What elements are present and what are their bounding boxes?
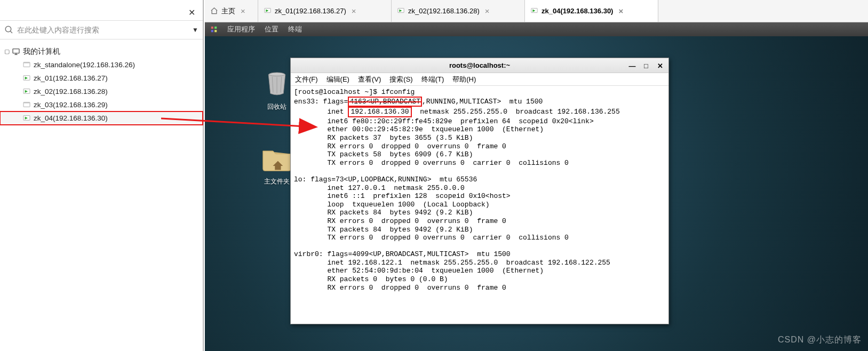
menu-view[interactable]: 查看(V) [358, 75, 381, 84]
gnome-menu-places[interactable]: 位置 [265, 25, 278, 34]
term-line [294, 167, 298, 175]
close-icon[interactable]: ✕ [188, 7, 195, 18]
close-button[interactable]: ✕ [654, 60, 666, 71]
term-line: lo: flags=73<UP,LOOPBACK,RUNNING> mtu 65… [294, 176, 477, 184]
svg-rect-24 [214, 30, 217, 32]
gnome-top-bar: 应用程序 位置 终端 [205, 22, 868, 36]
term-line: inet 127.0.0.1 netmask 255.0.0.0 [294, 184, 465, 192]
tree-item-label: zk_01(192.168.136.27) [34, 74, 108, 82]
term-line: inet6 ::1 prefixlen 128 scopeid 0x10<hos… [294, 192, 511, 200]
vm-icon [22, 101, 31, 109]
term-line: ether 00:0c:29:45:82:9e txqueuelen 1000 … [294, 125, 544, 133]
tab-label: zk_04(192.168.136.30) [541, 7, 613, 15]
apps-icon [210, 26, 218, 33]
guest-desktop: 回收站 主文件夹 roots@localhost:~ — □ ✕ 文件(F) [205, 36, 868, 351]
search-icon [4, 25, 14, 35]
monitor-icon [12, 47, 20, 56]
term-line: TX errors 0 dropped 0 overruns 0 carrier… [294, 234, 569, 242]
term-line: RX packets 0 bytes 0 (0.0 B) [294, 275, 448, 283]
vm-running-icon [264, 7, 272, 15]
term-line: inet [294, 108, 344, 116]
gnome-menu-apps[interactable]: 应用程序 [227, 25, 255, 34]
tab-zk-04[interactable]: zk_04(192.168.136.30) × [525, 0, 658, 22]
folder-home-icon [261, 143, 293, 173]
gnome-menu-terminal[interactable]: 终端 [288, 25, 302, 34]
chevron-down-icon[interactable]: ▼ [192, 26, 198, 34]
close-icon[interactable]: × [241, 6, 245, 15]
tree-root-my-computer[interactable]: ▢ 我的计算机 [0, 45, 203, 58]
tab-zk-02[interactable]: zk_02(192.168.136.28) × [392, 0, 525, 22]
terminal-titlebar[interactable]: roots@localhost:~ — □ ✕ [291, 58, 668, 73]
home-icon [210, 7, 218, 15]
tree-item-zk-04[interactable]: zk_04(192.168.136.30) [0, 111, 203, 125]
tree-item-label: zk_standalone(192.168.136.26) [34, 61, 135, 69]
terminal-window: roots@localhost:~ — □ ✕ 文件(F) 编辑(E) 查看(V… [290, 58, 669, 324]
tree-item-zk-03[interactable]: zk_03(192.168.136.29) [0, 98, 203, 111]
term-line: RX errors 0 dropped 0 overruns 0 frame 0 [294, 142, 506, 150]
search-input[interactable] [17, 26, 189, 34]
close-icon[interactable]: × [352, 6, 356, 15]
term-line: RX packets 84 bytes 9492 (9.2 KiB) [294, 209, 473, 217]
tree-item-label: zk_02(192.168.136.28) [34, 87, 108, 95]
term-highlight: 4163<UP,BROADCAST [348, 97, 422, 107]
vm-running-icon [530, 7, 538, 15]
term-line [294, 242, 298, 250]
term-line: RX packets 37 bytes 3655 (3.5 KiB) [294, 134, 473, 142]
term-line: inet 192.168.122.1 netmask 255.255.255.0… [294, 259, 610, 267]
tab-bar: 主页 × zk_01(192.168.136.27) × zk_02(192.1… [205, 0, 868, 22]
tree-item-zk-01[interactable]: zk_01(192.168.136.27) [0, 71, 203, 85]
vm-running-icon [22, 87, 31, 96]
trash-icon [262, 68, 292, 98]
terminal-title-text: roots@localhost:~ [449, 61, 510, 69]
tree-root-label: 我的计算机 [23, 47, 60, 57]
close-icon[interactable]: × [618, 6, 623, 15]
vm-display-area: 主页 × zk_01(192.168.136.27) × zk_02(192.1… [205, 0, 868, 351]
tab-zk-01[interactable]: zk_01(192.168.136.27) × [258, 0, 392, 22]
menu-edit[interactable]: 编辑(E) [327, 75, 349, 84]
term-line: ens33: flags= [294, 98, 348, 106]
svg-rect-6 [23, 62, 30, 63]
svg-rect-22 [214, 27, 217, 29]
vm-tree: ▢ 我的计算机 zk_standalone(192.168.136.26) zk… [0, 43, 203, 127]
svg-point-0 [5, 26, 11, 32]
tab-label: 主页 [221, 6, 235, 16]
term-line: TX errors 0 dropped 0 overruns 0 carrier… [294, 159, 569, 167]
library-panel: ✕ ▼ ▢ 我的计算机 zk_standalone(192.168.136.26… [0, 0, 204, 351]
close-icon[interactable]: × [485, 6, 490, 15]
menu-file[interactable]: 文件(F) [295, 75, 318, 84]
maximize-button[interactable]: □ [640, 60, 652, 71]
tab-home[interactable]: 主页 × [205, 0, 258, 22]
tree-item-zk-standalone[interactable]: zk_standalone(192.168.136.26) [0, 58, 203, 71]
term-line: [roots@localhost ~]$ ifconfig [294, 88, 415, 96]
vm-running-icon [397, 7, 405, 15]
tree-item-label: zk_04(192.168.136.30) [34, 114, 108, 122]
terminal-output[interactable]: [roots@localhost ~]$ ifconfig ens33: fla… [291, 86, 668, 324]
menu-search[interactable]: 搜索(S) [389, 75, 412, 84]
tree-item-zk-02[interactable]: zk_02(192.168.136.28) [0, 85, 203, 98]
menu-terminal[interactable]: 终端(T) [421, 75, 444, 84]
tab-label: zk_02(192.168.136.28) [408, 7, 480, 15]
svg-rect-12 [23, 102, 30, 103]
term-line: TX packets 58 bytes 6909 (6.7 KiB) [294, 150, 473, 158]
search-bar: ▼ [0, 20, 203, 39]
term-line: ,RUNNING,MULTICAST> mtu 1500 [422, 98, 543, 106]
minimize-button[interactable]: — [626, 60, 639, 71]
tree-item-label: zk_03(192.168.136.29) [34, 101, 108, 109]
term-line: loop txqueuelen 1000 (Local Loopback) [294, 201, 490, 209]
term-line: TX packets 84 bytes 9492 (9.2 KiB) [294, 226, 473, 234]
terminal-menubar: 文件(F) 编辑(E) 查看(V) 搜索(S) 终端(T) 帮助(H) [291, 73, 668, 86]
menu-help[interactable]: 帮助(H) [452, 75, 476, 84]
term-line: ether 52:54:00:9d:be:04 txqueuelen 1000 … [294, 267, 544, 275]
term-line: netmask 255.255.255.0 broadcast 192.168.… [412, 108, 620, 116]
vm-icon [22, 61, 31, 69]
term-line: virbr0: flags=4099<UP,BROADCAST,MULTICAS… [294, 250, 511, 258]
tab-label: zk_01(192.168.136.27) [275, 7, 346, 15]
svg-rect-2 [13, 49, 19, 53]
term-highlight-ip: 192.168.136.30 [348, 107, 411, 117]
svg-rect-23 [211, 30, 213, 32]
vm-running-icon [22, 114, 31, 123]
term-line: RX errors 0 dropped 0 overruns 0 frame 0 [294, 284, 506, 292]
svg-rect-21 [211, 27, 213, 29]
collapse-icon[interactable]: ▢ [3, 48, 11, 55]
svg-line-1 [10, 31, 12, 33]
